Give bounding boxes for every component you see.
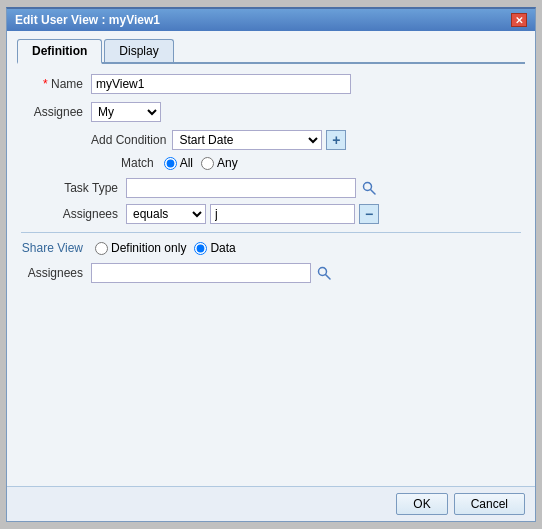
required-star: * (43, 77, 48, 91)
svg-line-1 (371, 190, 376, 195)
assignees-row: Assignees equals not equals contains − (51, 204, 521, 224)
dialog-titlebar: Edit User View : myView1 ✕ (7, 9, 535, 31)
task-type-row: Task Type (51, 178, 521, 198)
share-assignees-input[interactable] (91, 263, 311, 283)
data-radio[interactable] (194, 242, 207, 255)
task-type-label: Task Type (51, 181, 126, 195)
share-view-section: Share View Definition only Data Assignee (21, 241, 521, 283)
assignee-select[interactable]: My All Other (91, 102, 161, 122)
match-all-label: All (180, 156, 193, 170)
tab-bar: Definition Display (17, 39, 525, 64)
add-condition-section: Add Condition Start Date End Date Priori… (21, 130, 521, 150)
assignees-value-input[interactable] (210, 204, 355, 224)
task-type-search-button[interactable] (360, 179, 378, 197)
definition-only-item: Definition only (95, 241, 186, 255)
share-view-label-row: Share View Definition only Data (21, 241, 521, 255)
share-assignees-row: Assignees (21, 263, 521, 283)
tab-definition[interactable]: Definition (17, 39, 102, 64)
data-item: Data (194, 241, 235, 255)
condition-select[interactable]: Start Date End Date Priority Status (172, 130, 322, 150)
match-all-item: All (164, 156, 193, 170)
match-all-radio[interactable] (164, 157, 177, 170)
name-label: * Name (21, 77, 91, 91)
svg-line-3 (326, 275, 331, 280)
definition-only-radio[interactable] (95, 242, 108, 255)
ok-button[interactable]: OK (396, 493, 447, 515)
condition-rows: Task Type Assignees equals not equals (21, 178, 521, 224)
match-label: Match (121, 156, 154, 170)
dialog-title: Edit User View : myView1 (15, 13, 160, 27)
share-assignees-search-button[interactable] (315, 264, 333, 282)
assignee-row: Assignee My All Other (21, 102, 521, 122)
tab-display[interactable]: Display (104, 39, 173, 62)
share-assignees-label: Assignees (21, 266, 91, 280)
assignees-operator-select[interactable]: equals not equals contains (126, 204, 206, 224)
divider (21, 232, 521, 233)
name-row: * Name (21, 74, 521, 94)
remove-condition-button[interactable]: − (359, 204, 379, 224)
data-label: Data (210, 241, 235, 255)
match-any-item: Any (201, 156, 238, 170)
match-row: Match All Any (21, 156, 521, 170)
dialog-body: Definition Display * Name Assignee My Al… (7, 31, 535, 486)
share-view-label: Share View (21, 241, 91, 255)
search-icon (362, 181, 376, 195)
share-radio-group: Definition only Data (91, 241, 236, 255)
share-search-icon (317, 266, 331, 280)
tab-content-definition: * Name Assignee My All Other Add Conditi… (17, 64, 525, 478)
match-radio-group: All Any (164, 156, 238, 170)
cancel-button[interactable]: Cancel (454, 493, 525, 515)
match-any-radio[interactable] (201, 157, 214, 170)
add-condition-button[interactable]: + (326, 130, 346, 150)
assignees-condition-label: Assignees (51, 207, 126, 221)
definition-only-label: Definition only (111, 241, 186, 255)
edit-user-view-dialog: Edit User View : myView1 ✕ Definition Di… (6, 7, 536, 522)
task-type-input[interactable] (126, 178, 356, 198)
add-condition-label: Add Condition (91, 133, 166, 147)
dialog-footer: OK Cancel (7, 486, 535, 521)
name-input[interactable] (91, 74, 351, 94)
close-button[interactable]: ✕ (511, 13, 527, 27)
match-any-label: Any (217, 156, 238, 170)
assignee-label: Assignee (21, 105, 91, 119)
